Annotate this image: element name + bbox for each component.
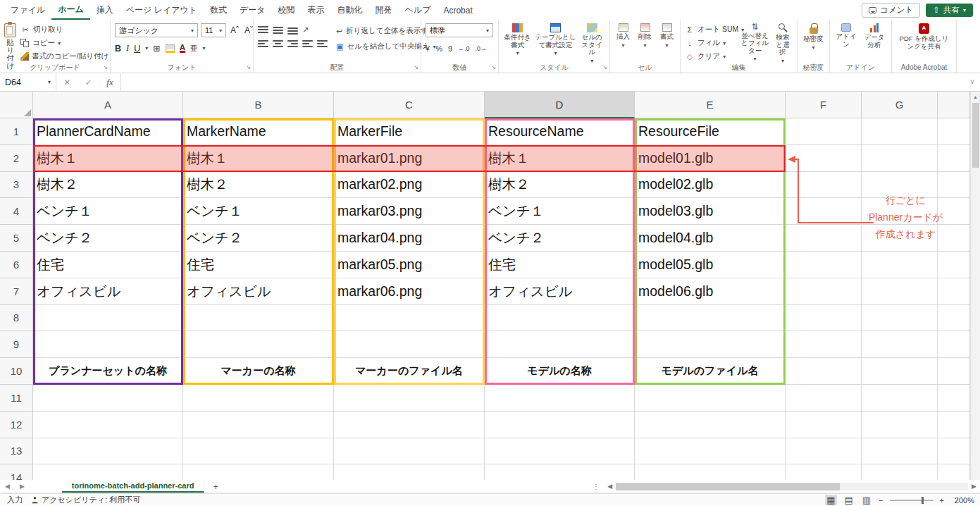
comments-button[interactable]: コメント [862, 3, 920, 18]
zoom-out-icon[interactable]: − [879, 496, 883, 505]
cell-E1[interactable]: ResourceFile [635, 118, 786, 145]
cell-C14[interactable] [334, 464, 485, 480]
cell-F2[interactable] [786, 145, 862, 172]
row-header-1[interactable]: 1 [0, 118, 33, 145]
cell-B4[interactable]: ベンチ１ [183, 198, 334, 225]
page-break-view-icon[interactable]: ▥ [861, 495, 872, 505]
cell-B10[interactable]: マーカーの名称 [183, 358, 334, 385]
cell-x87[interactable] [938, 278, 970, 305]
cell-D11[interactable] [485, 385, 635, 412]
cell-C13[interactable] [334, 438, 485, 465]
sheet-tab-active[interactable]: torinome-batch-add-planner-card [62, 480, 205, 493]
cell-B3[interactable]: 樹木２ [183, 172, 334, 199]
cell-D12[interactable] [485, 412, 635, 438]
formula-input[interactable] [121, 73, 965, 91]
orientation-button[interactable]: ↗ [302, 25, 309, 35]
cell-A2[interactable]: 樹木１ [33, 145, 183, 172]
align-center-button[interactable] [273, 39, 283, 48]
cell-x812[interactable] [938, 412, 970, 438]
row-header-3[interactable]: 3 [0, 172, 33, 199]
delete-cells-button[interactable]: 削除 ▾ [636, 23, 654, 49]
cell-D8[interactable] [485, 305, 635, 332]
cell-E10[interactable]: モデルのファイル名 [635, 358, 786, 385]
cell-F7[interactable] [786, 278, 862, 305]
cell-D6[interactable]: 住宅 [485, 252, 635, 278]
cell-C9[interactable] [334, 331, 485, 358]
cell-x81[interactable] [938, 118, 970, 145]
expand-formula-bar-icon[interactable]: ˅ [965, 73, 980, 91]
row-header-2[interactable]: 2 [0, 145, 33, 172]
sensitivity-button[interactable]: 秘密度 ▾ [802, 23, 825, 51]
scroll-up-icon[interactable]: ▴ [971, 92, 980, 101]
row-header-8[interactable]: 8 [0, 305, 33, 332]
cell-C7[interactable]: markar06.png [334, 278, 485, 305]
menu-tab-help[interactable]: ヘルプ [399, 1, 438, 19]
hscroll-left-icon[interactable]: ◀ [604, 483, 616, 490]
cell-F9[interactable] [786, 331, 862, 358]
menu-tab-review[interactable]: 校閲 [272, 1, 302, 19]
cell-C2[interactable]: markar01.png [334, 145, 485, 172]
page-layout-view-icon[interactable]: ▤ [843, 495, 855, 505]
cell-F13[interactable] [786, 438, 862, 465]
vertical-scroll-thumb[interactable] [972, 103, 979, 168]
cell-G12[interactable] [862, 412, 938, 438]
currency-format-button[interactable]: ¥ [426, 44, 430, 53]
menu-tab-formulas[interactable]: 数式 [204, 1, 233, 19]
row-header-12[interactable]: 12 [0, 412, 33, 438]
cell-F6[interactable] [786, 252, 862, 278]
clear-button[interactable]: ◇ クリア ▾ [685, 51, 737, 61]
cell-B11[interactable] [183, 385, 334, 412]
column-header-F[interactable]: F [786, 92, 862, 118]
vertical-scrollbar[interactable]: ▴ [970, 92, 980, 480]
column-header-A[interactable]: A [33, 92, 183, 118]
cell-B9[interactable] [183, 331, 334, 358]
row-header-9[interactable]: 9 [0, 331, 33, 358]
cell-E2[interactable]: model01.glb [635, 145, 786, 172]
menu-tab-automate[interactable]: 自動化 [331, 1, 369, 19]
sort-filter-button[interactable]: ⇅ 並べ替えとフィルター ▾ [741, 23, 769, 63]
cell-E13[interactable] [635, 438, 786, 465]
percent-style-button[interactable]: % [435, 44, 442, 53]
menu-tab-page-layout[interactable]: ページ レイアウト [120, 1, 204, 19]
cell-B8[interactable] [183, 305, 334, 332]
cell-x814[interactable] [938, 464, 970, 480]
cell-C3[interactable]: markar02.png [334, 172, 485, 199]
cell-B14[interactable] [183, 464, 334, 480]
horizontal-scroll-thumb[interactable] [616, 483, 840, 490]
cell-G13[interactable] [862, 438, 938, 465]
column-header-D[interactable]: D [485, 92, 635, 118]
cell-B6[interactable]: 住宅 [183, 252, 334, 278]
cell-B12[interactable] [183, 412, 334, 438]
cell-D10[interactable]: モデルの名称 [485, 358, 635, 385]
accessibility-status[interactable]: アクセシビリティ: 利用不可 [31, 495, 140, 505]
column-header-C[interactable]: C [334, 92, 485, 118]
align-middle-button[interactable] [273, 26, 283, 35]
cell-A3[interactable]: 樹木２ [33, 172, 183, 199]
cell-A1[interactable]: PlannerCardName [33, 118, 183, 145]
cell-D3[interactable]: 樹木２ [485, 172, 635, 199]
cell-D4[interactable]: ベンチ１ [485, 198, 635, 225]
italic-button[interactable]: I [126, 43, 129, 54]
align-right-button[interactable] [287, 39, 298, 48]
zoom-slider[interactable] [890, 500, 934, 501]
menu-tab-home[interactable]: ホーム [51, 0, 90, 20]
cell-A6[interactable]: 住宅 [33, 252, 183, 278]
cell-D7[interactable]: オフィスビル [485, 278, 635, 305]
zoom-level[interactable]: 200% [950, 496, 974, 505]
add-sheet-button[interactable]: + [204, 481, 227, 492]
font-color-button[interactable]: A [180, 44, 185, 53]
zoom-slider-thumb[interactable] [922, 497, 924, 504]
cell-G7[interactable] [862, 278, 938, 305]
horizontal-scrollbar[interactable] [616, 483, 968, 490]
create-pdf-button[interactable]: A PDF を作成しリンクを共有 [896, 23, 952, 50]
font-dialog-launcher[interactable]: ↘ [246, 63, 251, 71]
row-header-4[interactable]: 4 [0, 198, 33, 225]
row-header-14[interactable]: 14 [0, 464, 33, 480]
format-as-table-button[interactable]: テーブルとして書式設定 ▾ [533, 23, 577, 58]
cell-E8[interactable] [635, 305, 786, 332]
cell-x82[interactable] [938, 145, 970, 172]
cell-D13[interactable] [485, 438, 635, 465]
cell-E14[interactable] [635, 464, 786, 480]
cell-C10[interactable]: マーカーのファイル名 [334, 358, 485, 385]
cell-A8[interactable] [33, 305, 183, 332]
